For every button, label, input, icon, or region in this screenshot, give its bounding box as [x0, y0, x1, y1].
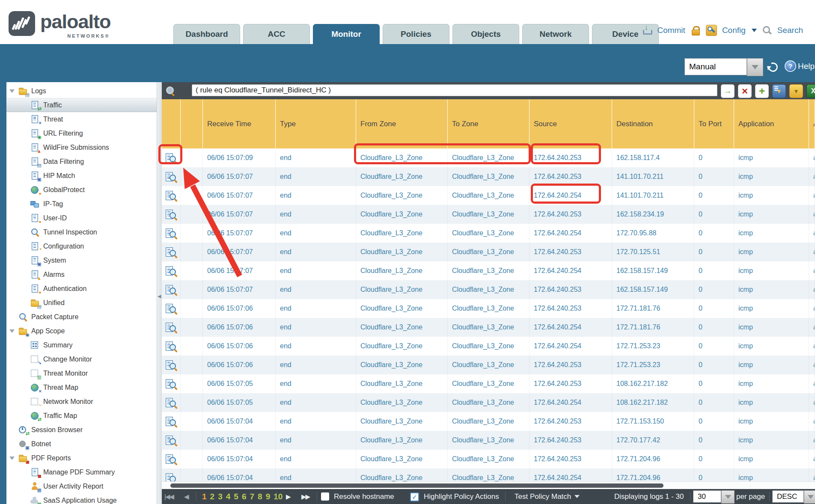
cell-to-port[interactable]: 0: [694, 280, 734, 299]
cell-application[interactable]: icmp: [734, 318, 809, 337]
expander-icon[interactable]: [9, 89, 15, 93]
cell-destination[interactable]: 141.101.70.211: [612, 167, 694, 186]
sidebar-item-logs[interactable]: ▤Logs: [6, 84, 157, 98]
page-number-4[interactable]: 4: [226, 489, 231, 504]
column-header-from-zone[interactable]: From Zone: [356, 99, 448, 148]
column-header-application[interactable]: Application: [734, 99, 809, 148]
column-header-destination[interactable]: Destination: [612, 99, 694, 148]
cell-application[interactable]: icmp: [734, 205, 809, 224]
log-detail-button[interactable]: [162, 337, 181, 356]
cell-type[interactable]: end: [276, 186, 356, 205]
sidebar-item-wildfire-submissions[interactable]: ▲WildFire Submissions: [6, 140, 157, 154]
cell-source[interactable]: 172.64.240.253: [529, 412, 612, 431]
cell-application[interactable]: icmp: [734, 299, 809, 318]
cell-source[interactable]: 172.64.240.253: [529, 374, 612, 393]
cell-receive-time[interactable]: 06/06 15:07:06: [203, 318, 276, 337]
cell-action[interactable]: a: [809, 186, 815, 205]
cell-receive-time[interactable]: 06/06 15:07:06: [203, 356, 276, 374]
cell-to-port[interactable]: 0: [694, 412, 734, 431]
cell-destination[interactable]: 172.71.253.23: [612, 337, 694, 356]
cell-from-zone[interactable]: Cloudflare_L3_Zone: [356, 280, 448, 299]
cell-application[interactable]: icmp: [734, 450, 809, 468]
cell-receive-time[interactable]: 06/06 15:07:04: [203, 412, 276, 431]
cell-receive-time[interactable]: 06/06 15:07:04: [203, 468, 276, 482]
cell-application[interactable]: icmp: [734, 412, 809, 431]
sidebar-item-manage-pdf-summary[interactable]: ◼Manage PDF Summary: [6, 465, 157, 479]
apply-filter-button[interactable]: →: [721, 84, 735, 98]
column-header-a[interactable]: A: [809, 99, 815, 148]
cell-to-zone[interactable]: Cloudflare_L3_Zone: [448, 450, 529, 468]
cell-to-zone[interactable]: Cloudflare_L3_Zone: [448, 148, 529, 167]
cell-application[interactable]: icmp: [734, 393, 809, 412]
cell-type[interactable]: end: [276, 224, 356, 243]
log-detail-button[interactable]: [162, 186, 181, 205]
cell-source[interactable]: 172.64.240.254: [529, 186, 612, 205]
sidebar-item-pdf-reports[interactable]: ◼PDF Reports: [6, 451, 157, 465]
log-detail-button[interactable]: [162, 393, 181, 412]
cell-to-port[interactable]: 0: [694, 243, 734, 261]
page-number-8[interactable]: 8: [258, 489, 262, 504]
help-icon[interactable]: ?: [785, 60, 796, 72]
log-detail-button[interactable]: [162, 280, 181, 299]
cell-action[interactable]: a: [809, 167, 815, 186]
cell-destination[interactable]: 172.71.253.23: [612, 356, 694, 374]
cell-type[interactable]: end: [276, 148, 356, 167]
sidebar-item-globalprotect[interactable]: ●GlobalProtect: [6, 183, 157, 197]
cell-to-port[interactable]: 0: [694, 393, 734, 412]
cell-destination[interactable]: 172.71.181.76: [612, 318, 694, 337]
sidebar-item-configuration[interactable]: *Configuration: [6, 239, 157, 253]
cell-source[interactable]: 172.64.240.254: [529, 393, 612, 412]
cell-application[interactable]: icmp: [734, 224, 809, 243]
column-header-to-port[interactable]: To Port: [694, 99, 734, 148]
lock-icon[interactable]: [690, 25, 701, 36]
cell-source[interactable]: 172.64.240.253: [529, 356, 612, 374]
config-dropdown-caret[interactable]: [752, 29, 757, 32]
cell-to-zone[interactable]: Cloudflare_L3_Zone: [448, 412, 529, 431]
cell-action[interactable]: a: [809, 224, 815, 243]
cell-to-port[interactable]: 0: [694, 261, 734, 280]
sidebar-item-user-activity-report[interactable]: ▦User Activity Report: [6, 479, 157, 493]
cell-to-zone[interactable]: Cloudflare_L3_Zone: [448, 167, 529, 186]
page-number-5[interactable]: 5: [234, 489, 238, 504]
log-detail-button[interactable]: [162, 374, 181, 393]
cell-receive-time[interactable]: 06/06 15:07:07: [203, 167, 276, 186]
cell-to-port[interactable]: 0: [694, 318, 734, 337]
log-detail-button[interactable]: [162, 243, 181, 261]
export-filter-button[interactable]: X: [806, 84, 815, 98]
cell-type[interactable]: end: [276, 468, 356, 482]
cell-from-zone[interactable]: Cloudflare_L3_Zone: [356, 318, 448, 337]
cell-application[interactable]: icmp: [734, 261, 809, 280]
sidebar-item-hip-match[interactable]: ▣HIP Match: [6, 169, 157, 183]
cell-destination[interactable]: 172.70.95.88: [612, 224, 694, 243]
clear-filter-button[interactable]: ×: [738, 84, 752, 98]
cell-receive-time[interactable]: 06/06 15:07:05: [203, 374, 276, 393]
cell-type[interactable]: end: [276, 261, 356, 280]
cell-action[interactable]: a: [809, 280, 815, 299]
cell-to-zone[interactable]: Cloudflare_L3_Zone: [448, 280, 529, 299]
cell-receive-time[interactable]: 06/06 15:07:04: [203, 431, 276, 450]
cell-receive-time[interactable]: 06/06 15:07:09: [203, 148, 276, 167]
per-page-select[interactable]: 30: [693, 490, 735, 504]
cell-destination[interactable]: 172.71.204.96: [612, 468, 694, 482]
cell-action[interactable]: a: [809, 412, 815, 431]
cell-receive-time[interactable]: 06/06 15:07:07: [203, 243, 276, 261]
cell-action[interactable]: a: [809, 337, 815, 356]
first-page-button[interactable]: |◀◀: [164, 489, 173, 504]
cell-from-zone[interactable]: Cloudflare_L3_Zone: [356, 356, 448, 374]
sidebar-item-session-browser[interactable]: ⇄Session Browser: [6, 423, 157, 437]
cell-to-zone[interactable]: Cloudflare_L3_Zone: [448, 356, 529, 374]
tab-monitor[interactable]: Monitor: [313, 24, 380, 44]
sidebar-item-tunnel-inspection[interactable]: Tunnel Inspection: [6, 225, 157, 239]
cell-application[interactable]: icmp: [734, 374, 809, 393]
log-detail-button[interactable]: [162, 205, 181, 224]
per-page-value[interactable]: 30: [693, 490, 721, 503]
sidebar-item-alarms[interactable]: ▲Alarms: [6, 267, 157, 282]
cell-source[interactable]: 172.64.240.254: [529, 337, 612, 356]
cell-from-zone[interactable]: Cloudflare_L3_Zone: [356, 450, 448, 468]
log-detail-button[interactable]: [162, 431, 181, 450]
cell-source[interactable]: 172.64.240.253: [529, 167, 612, 186]
page-number-3[interactable]: 3: [218, 489, 223, 504]
log-detail-button[interactable]: [162, 299, 181, 318]
cell-source[interactable]: 172.64.240.253: [529, 299, 612, 318]
cell-source[interactable]: 172.64.240.253: [529, 431, 612, 450]
